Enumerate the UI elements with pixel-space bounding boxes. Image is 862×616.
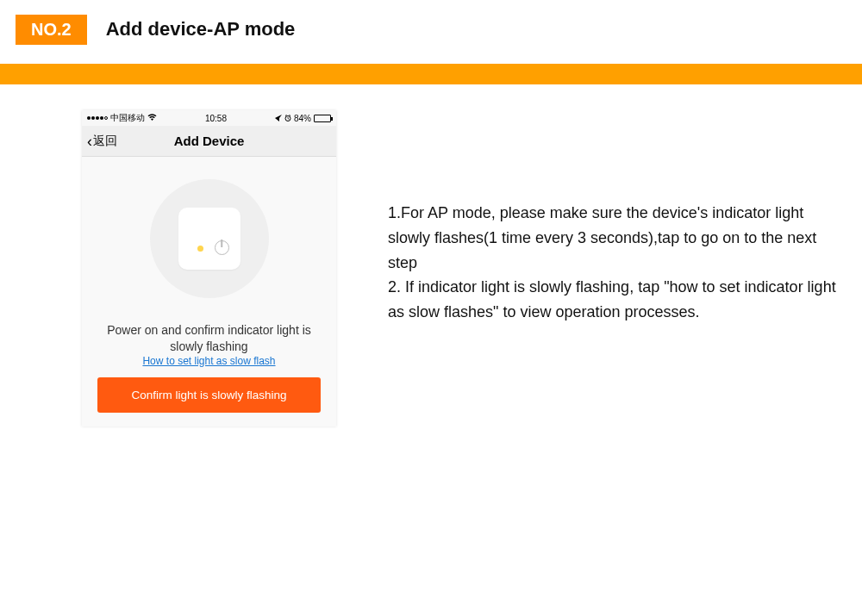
divider-bar [0, 64, 862, 84]
status-right: 84% [275, 114, 331, 123]
device-box-icon [178, 208, 240, 270]
chevron-left-icon: ‹ [87, 134, 92, 149]
device-illustration [150, 179, 269, 298]
battery-icon [314, 115, 331, 122]
instructions-panel: 1.For AP mode, please make sure the devi… [388, 110, 836, 426]
led-indicator-icon [197, 246, 203, 252]
back-button[interactable]: ‹ 返回 [87, 134, 117, 149]
signal-icon [87, 116, 108, 120]
status-time: 10:58 [205, 114, 227, 123]
instruction-line-1: 1.For AP mode, please make sure the devi… [388, 201, 836, 275]
back-label: 返回 [93, 134, 117, 149]
help-link[interactable]: How to set light as slow flash [142, 355, 275, 367]
content-area: 中国移动 10:58 84% ‹ 返回 [0, 84, 862, 426]
confirm-button[interactable]: Confirm light is slowly flashing [97, 377, 321, 413]
battery-percent: 84% [294, 114, 311, 123]
location-icon [275, 114, 282, 123]
document-header: NO.2 Add device-AP mode [0, 10, 862, 48]
step-number-badge: NO.2 [16, 15, 87, 45]
nav-bar: ‹ 返回 Add Device [82, 126, 336, 157]
step-title: Add device-AP mode [106, 18, 296, 40]
power-icon [215, 240, 229, 255]
wifi-icon [147, 114, 157, 123]
phone-screenshot: 中国移动 10:58 84% ‹ 返回 [82, 110, 336, 426]
alarm-icon [284, 114, 291, 123]
status-left: 中国移动 [87, 112, 157, 124]
instruction-text: Power on and confirm indicator light is … [97, 322, 321, 355]
nav-title: Add Device [174, 134, 245, 148]
phone-body: Power on and confirm indicator light is … [82, 157, 336, 426]
instruction-line-2: 2. If indicator light is slowly flashing… [388, 275, 836, 325]
status-bar: 中国移动 10:58 84% [82, 110, 336, 126]
carrier-label: 中国移动 [110, 112, 145, 124]
